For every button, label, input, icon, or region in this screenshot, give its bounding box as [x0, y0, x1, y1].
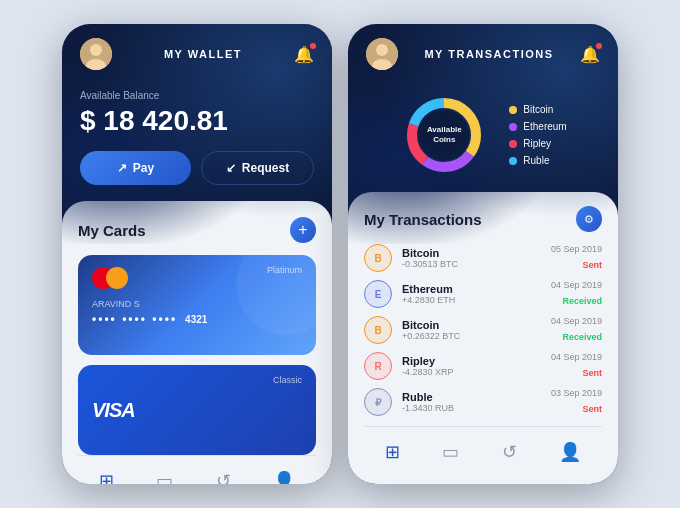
- tx-name-4: Ruble: [402, 391, 541, 403]
- card-type-classic: Classic: [273, 375, 302, 385]
- tx-nav-grid-icon[interactable]: ⊞: [377, 437, 408, 467]
- pay-arrow-icon: ↗: [117, 161, 127, 175]
- legend-ripley: Ripley: [509, 138, 566, 149]
- tx-date-3: 04 Sep 2019: [551, 352, 602, 362]
- tx-bottom-nav: ⊞ ▭ ↺ 👤: [364, 426, 602, 479]
- bitcoin-tx-icon: B: [364, 244, 392, 272]
- tx-details-4: Ruble -1.3430 RUB: [402, 391, 541, 413]
- tx-date-2: 04 Sep 2019: [551, 316, 602, 326]
- transactions-title: MY TRANSACTIONS: [424, 48, 553, 60]
- request-button[interactable]: ↙ Request: [201, 151, 314, 185]
- tx-name-1: Ethereum: [402, 283, 541, 295]
- donut-section: AvailableCoins Bitcoin Ethereum Ripley: [348, 80, 618, 192]
- wallet-bottom-nav: ⊞ ▭ ↺ 👤: [78, 455, 316, 484]
- mastercard-logo: [92, 267, 302, 289]
- ripley-dot: [509, 140, 517, 148]
- bitcoin-tx-icon-2: B: [364, 316, 392, 344]
- ethereum-dot: [509, 123, 517, 131]
- tx-status-2: Received: [562, 332, 602, 342]
- transactions-header: MY TRANSACTIONS 🔔: [348, 24, 618, 80]
- notification-bell[interactable]: 🔔: [294, 45, 314, 64]
- tx-details-1: Ethereum +4.2830 ETH: [402, 283, 541, 305]
- nav-user-icon[interactable]: 👤: [265, 466, 303, 484]
- tx-amount-1: +4.2830 ETH: [402, 295, 541, 305]
- tx-amount-4: -1.3430 RUB: [402, 403, 541, 413]
- tx-status-1: Received: [562, 296, 602, 306]
- legend-ruble: Ruble: [509, 155, 566, 166]
- table-row[interactable]: B Bitcoin +0.26322 BTC 04 Sep 2019 Recei…: [364, 316, 602, 344]
- ruble-tx-icon: ₽: [364, 388, 392, 416]
- card-dots: •••• •••• ••••: [92, 312, 177, 326]
- tx-amount-3: -4.2830 XRP: [402, 367, 541, 377]
- tx-meta-4: 03 Sep 2019 Sent: [551, 388, 602, 416]
- nav-history-icon[interactable]: ↺: [208, 466, 239, 484]
- action-buttons: ↗ Pay ↙ Request: [80, 151, 314, 185]
- visa-logo: VISA: [92, 399, 135, 422]
- tx-status-3: Sent: [582, 368, 602, 378]
- nav-card-icon[interactable]: ▭: [148, 466, 181, 484]
- card-type-platinum: Platinum: [267, 265, 302, 275]
- wallet-phone: MY WALLET 🔔 Available Balance $ 18 420.8…: [62, 24, 332, 484]
- transactions-phone: MY TRANSACTIONS 🔔: [348, 24, 618, 484]
- tx-meta-3: 04 Sep 2019 Sent: [551, 352, 602, 380]
- request-arrow-icon: ↙: [226, 161, 236, 175]
- table-row[interactable]: ₽ Ruble -1.3430 RUB 03 Sep 2019 Sent: [364, 388, 602, 416]
- tx-notification-dot: [596, 43, 602, 49]
- ruble-dot: [509, 157, 517, 165]
- donut-center-label: AvailableCoins: [427, 125, 462, 146]
- ripley-label: Ripley: [523, 138, 551, 149]
- ripple-tx-icon: R: [364, 352, 392, 380]
- tx-meta-0: 05 Sep 2019 Sent: [551, 244, 602, 272]
- tx-avatar: [366, 38, 398, 70]
- tx-date-1: 04 Sep 2019: [551, 280, 602, 290]
- tx-section-header: My Transactions ⚙: [364, 206, 602, 232]
- cards-section: My Cards + Platinum ARAVIND S •••• •••• …: [62, 201, 332, 484]
- tx-meta-2: 04 Sep 2019 Received: [551, 316, 602, 344]
- tx-amount-0: -0.30513 BTC: [402, 259, 541, 269]
- tx-status-4: Sent: [582, 404, 602, 414]
- table-row[interactable]: B Bitcoin -0.30513 BTC 05 Sep 2019 Sent: [364, 244, 602, 272]
- tx-nav-user-icon[interactable]: 👤: [551, 437, 589, 467]
- card-last4: 4321: [185, 314, 207, 325]
- wallet-header: MY WALLET 🔔: [62, 24, 332, 80]
- nav-grid-icon[interactable]: ⊞: [91, 466, 122, 484]
- card-number: •••• •••• •••• 4321: [92, 312, 302, 326]
- tx-name-3: Ripley: [402, 355, 541, 367]
- add-card-button[interactable]: +: [290, 217, 316, 243]
- bitcoin-dot: [509, 106, 517, 114]
- coin-legend: Bitcoin Ethereum Ripley Ruble: [509, 104, 566, 166]
- filter-button[interactable]: ⚙: [576, 206, 602, 232]
- transaction-list: B Bitcoin -0.30513 BTC 05 Sep 2019 Sent …: [364, 244, 602, 416]
- avatar: [80, 38, 112, 70]
- legend-bitcoin: Bitcoin: [509, 104, 566, 115]
- ethereum-tx-icon: E: [364, 280, 392, 308]
- table-row[interactable]: E Ethereum +4.2830 ETH 04 Sep 2019 Recei…: [364, 280, 602, 308]
- tx-name-0: Bitcoin: [402, 247, 541, 259]
- cards-title: My Cards: [78, 222, 146, 239]
- svg-point-1: [90, 44, 102, 56]
- tx-name-2: Bitcoin: [402, 319, 541, 331]
- tx-nav-history-icon[interactable]: ↺: [494, 437, 525, 467]
- tx-amount-2: +0.26322 BTC: [402, 331, 541, 341]
- wallet-balance-section: Available Balance $ 18 420.81 ↗ Pay ↙ Re…: [62, 80, 332, 201]
- ethereum-label: Ethereum: [523, 121, 566, 132]
- tx-meta-1: 04 Sep 2019 Received: [551, 280, 602, 308]
- pay-button[interactable]: ↗ Pay: [80, 151, 191, 185]
- card-holder-name: ARAVIND S: [92, 299, 302, 309]
- tx-date-4: 03 Sep 2019: [551, 388, 602, 398]
- cards-section-header: My Cards +: [78, 217, 316, 243]
- tx-date-0: 05 Sep 2019: [551, 244, 602, 254]
- donut-chart: AvailableCoins: [399, 90, 489, 180]
- tx-details-0: Bitcoin -0.30513 BTC: [402, 247, 541, 269]
- mastercard-card[interactable]: Platinum ARAVIND S •••• •••• •••• 4321: [78, 255, 316, 355]
- transactions-section: My Transactions ⚙ B Bitcoin -0.30513 BTC…: [348, 192, 618, 484]
- tx-status-0: Sent: [582, 260, 602, 270]
- balance-amount: $ 18 420.81: [80, 105, 314, 137]
- svg-point-4: [376, 44, 388, 56]
- tx-details-2: Bitcoin +0.26322 BTC: [402, 319, 541, 341]
- tx-nav-card-icon[interactable]: ▭: [434, 437, 467, 467]
- bitcoin-label: Bitcoin: [523, 104, 553, 115]
- visa-card[interactable]: VISA Classic: [78, 365, 316, 455]
- table-row[interactable]: R Ripley -4.2830 XRP 04 Sep 2019 Sent: [364, 352, 602, 380]
- tx-notification-bell[interactable]: 🔔: [580, 45, 600, 64]
